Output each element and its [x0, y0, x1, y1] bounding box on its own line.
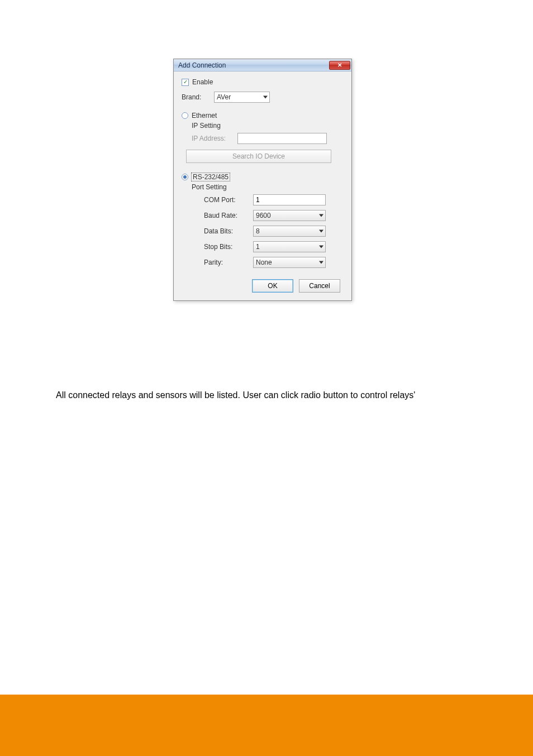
- ethernet-radio-row: Ethernet: [182, 112, 344, 119]
- brand-label: Brand:: [182, 93, 214, 101]
- chevron-down-icon: [319, 261, 323, 264]
- body-paragraph: All connected relays and sensors will be…: [56, 389, 480, 402]
- ip-address-input[interactable]: [237, 133, 327, 144]
- parity-label: Parity:: [192, 259, 253, 266]
- titlebar: Add Connection ✕: [174, 59, 351, 71]
- ip-setting-group: IP Setting IP Address:: [182, 122, 344, 144]
- brand-value: AVer: [217, 93, 231, 101]
- port-setting-label: Port Setting: [192, 183, 344, 191]
- ok-button[interactable]: OK: [252, 279, 293, 293]
- com-port-input[interactable]: [253, 194, 326, 205]
- data-bits-select[interactable]: 8: [253, 226, 326, 237]
- parity-row: Parity: None: [192, 257, 344, 268]
- brand-row: Brand: AVer: [182, 92, 344, 103]
- chevron-down-icon: [319, 230, 323, 233]
- enable-row: ✓ Enable: [182, 78, 344, 86]
- brand-select[interactable]: AVer: [214, 92, 270, 103]
- com-port-label: COM Port:: [192, 196, 253, 204]
- ethernet-radio[interactable]: [182, 112, 188, 119]
- ip-setting-label: IP Setting: [192, 122, 344, 130]
- chevron-down-icon: [319, 246, 323, 248]
- stop-bits-value: 1: [256, 243, 260, 251]
- chevron-down-icon: [319, 214, 323, 217]
- rs232-radio[interactable]: [182, 174, 188, 180]
- stop-bits-label: Stop Bits:: [192, 243, 253, 251]
- dialog-button-row: OK Cancel: [182, 279, 344, 293]
- footer-bar: [0, 695, 533, 756]
- enable-label: Enable: [192, 78, 213, 86]
- data-bits-value: 8: [256, 227, 260, 235]
- stop-bits-row: Stop Bits: 1: [192, 241, 344, 252]
- parity-select[interactable]: None: [253, 257, 326, 268]
- ethernet-label: Ethernet: [192, 112, 217, 119]
- rs232-label: RS-232/485: [192, 173, 230, 181]
- com-port-row: COM Port:: [192, 194, 344, 205]
- baud-rate-select[interactable]: 9600: [253, 210, 326, 221]
- rs232-radio-row: RS-232/485: [182, 173, 344, 181]
- ip-address-label: IP Address:: [192, 135, 237, 142]
- dialog-body: ✓ Enable Brand: AVer Ethernet IP Setting…: [174, 71, 351, 300]
- ip-address-row: IP Address:: [192, 133, 344, 144]
- cancel-button[interactable]: Cancel: [299, 279, 340, 293]
- baud-rate-label: Baud Rate:: [192, 212, 253, 219]
- data-bits-row: Data Bits: 8: [192, 226, 344, 237]
- add-connection-dialog: Add Connection ✕ ✓ Enable Brand: AVer Et…: [173, 59, 352, 301]
- search-io-device-button[interactable]: Search IO Device: [186, 150, 331, 163]
- baud-rate-value: 9600: [256, 212, 271, 219]
- close-icon: ✕: [337, 62, 342, 68]
- parity-value: None: [256, 259, 272, 266]
- baud-rate-row: Baud Rate: 9600: [192, 210, 344, 221]
- stop-bits-select[interactable]: 1: [253, 241, 326, 252]
- close-button[interactable]: ✕: [329, 61, 350, 70]
- enable-checkbox[interactable]: ✓: [182, 79, 189, 86]
- data-bits-label: Data Bits:: [192, 227, 253, 235]
- port-setting-group: Port Setting COM Port: Baud Rate: 9600 D…: [182, 183, 344, 268]
- dialog-title: Add Connection: [178, 61, 226, 69]
- chevron-down-icon: [263, 96, 268, 99]
